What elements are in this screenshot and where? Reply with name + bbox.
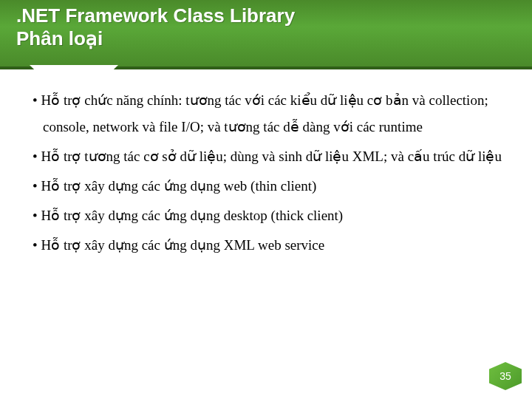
bullet-text: Hỗ trợ xây dựng các ứng dụng desktop (th… xyxy=(41,208,343,223)
page-number: 35 xyxy=(499,370,511,382)
bullet-item: Hỗ trợ xây dựng các ứng dụng web (thin c… xyxy=(33,173,502,200)
title-block: .NET Framework Class Library Phân loại xyxy=(12,0,440,55)
bullet-text: Hỗ trợ xây dựng các ứng dụng XML web ser… xyxy=(41,237,324,253)
content-area: Hỗ trợ chức năng chính: tương tác với cá… xyxy=(33,87,502,262)
title-line-1: .NET Framework Class Library xyxy=(16,4,436,27)
header-tab-decoration xyxy=(30,65,118,75)
bullet-item: Hỗ trợ xây dựng các ứng dụng desktop (th… xyxy=(33,202,502,229)
bullet-item: Hỗ trợ chức năng chính: tương tác với cá… xyxy=(33,87,502,140)
slide-header: .NET Framework Class Library Phân loại xyxy=(0,0,532,69)
page-number-badge: 35 xyxy=(489,362,522,390)
bullet-text: Hỗ trợ tương tác cơ sở dữ liệu; dùng và … xyxy=(41,149,502,164)
bullet-text: Hỗ trợ xây dựng các ứng dụng web (thin c… xyxy=(41,178,316,194)
bullet-item: Hỗ trợ xây dựng các ứng dụng XML web ser… xyxy=(33,232,502,259)
title-line-2: Phân loại xyxy=(16,27,436,50)
bullet-text: Hỗ trợ chức năng chính: tương tác với cá… xyxy=(41,92,488,134)
bullet-item: Hỗ trợ tương tác cơ sở dữ liệu; dùng và … xyxy=(33,143,502,170)
